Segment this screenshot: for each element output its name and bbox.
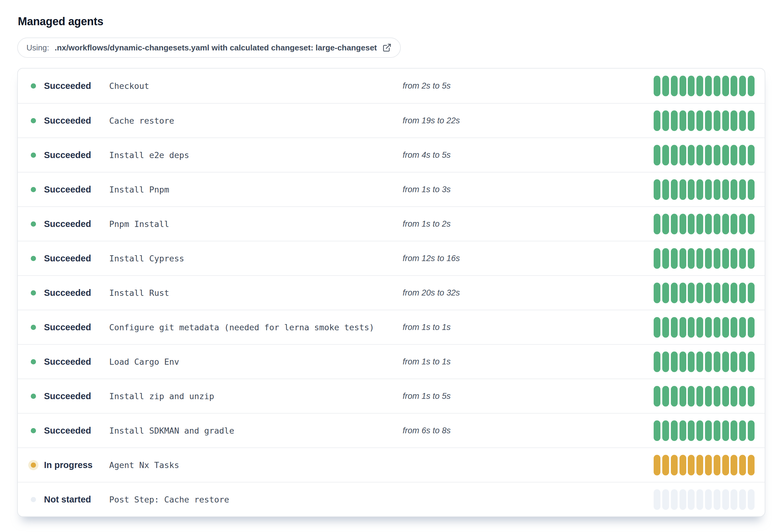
status-dot-icon bbox=[31, 290, 36, 295]
progress-segment bbox=[713, 455, 720, 476]
duration-estimate: from 12s to 16s bbox=[403, 254, 654, 263]
agent-step-row[interactable]: Succeeded Checkout from 2s to 5s bbox=[18, 69, 765, 103]
progress-segment bbox=[722, 420, 729, 441]
agent-step-row[interactable]: Succeeded Install SDKMAN and gradle from… bbox=[18, 413, 765, 447]
progress-segment bbox=[671, 248, 678, 269]
progress-segment bbox=[739, 145, 746, 165]
duration-estimate: from 2s to 5s bbox=[403, 81, 654, 91]
progress-segment bbox=[739, 283, 746, 303]
status-label: Succeeded bbox=[44, 253, 91, 264]
agent-step-row[interactable]: Succeeded Configure git metadata (needed… bbox=[18, 310, 765, 344]
progress-segment bbox=[671, 145, 678, 165]
agent-progress-bar bbox=[654, 179, 755, 200]
progress-segment bbox=[688, 76, 694, 96]
progress-segment bbox=[748, 76, 755, 96]
progress-segment bbox=[705, 352, 712, 372]
progress-segment bbox=[722, 317, 729, 338]
progress-segment bbox=[662, 214, 669, 234]
page-title: Managed agents bbox=[18, 15, 760, 28]
status-cell: Succeeded bbox=[31, 219, 109, 229]
progress-segment bbox=[748, 248, 755, 269]
step-name: Configure git metadata (needed for lerna… bbox=[109, 322, 403, 332]
progress-segment bbox=[688, 283, 694, 303]
progress-segment bbox=[722, 455, 729, 476]
progress-segment bbox=[679, 179, 686, 200]
status-cell: Succeeded bbox=[31, 288, 109, 298]
agent-step-row[interactable]: Succeeded Pnpm Install from 1s to 2s bbox=[18, 206, 765, 241]
progress-segment bbox=[722, 76, 729, 96]
progress-segment bbox=[705, 489, 712, 510]
agent-step-row[interactable]: Succeeded Install e2e deps from 4s to 5s bbox=[18, 137, 765, 172]
agent-progress-bar bbox=[654, 283, 755, 303]
progress-segment bbox=[722, 110, 729, 131]
status-cell: Succeeded bbox=[31, 357, 109, 367]
progress-segment bbox=[705, 110, 712, 131]
progress-segment bbox=[705, 145, 712, 165]
progress-segment bbox=[679, 489, 686, 510]
progress-segment bbox=[731, 145, 737, 165]
agent-progress-bar bbox=[654, 455, 755, 476]
step-name: Post Step: Cache restore bbox=[109, 495, 403, 504]
agent-progress-bar bbox=[654, 145, 755, 165]
progress-segment bbox=[713, 386, 720, 407]
progress-segment bbox=[688, 386, 694, 407]
step-name: Cache restore bbox=[109, 116, 403, 125]
agent-step-row[interactable]: Succeeded Install zip and unzip from 1s … bbox=[18, 379, 765, 413]
progress-segment bbox=[679, 248, 686, 269]
progress-segment bbox=[696, 214, 703, 234]
progress-segment bbox=[662, 420, 669, 441]
duration-estimate: from 4s to 5s bbox=[403, 150, 654, 160]
step-name: Agent Nx Tasks bbox=[109, 460, 403, 470]
progress-segment bbox=[671, 76, 678, 96]
progress-segment bbox=[662, 76, 669, 96]
progress-segment bbox=[654, 145, 660, 165]
progress-segment bbox=[713, 214, 720, 234]
progress-segment bbox=[654, 455, 660, 476]
progress-segment bbox=[748, 455, 755, 476]
status-dot-icon bbox=[31, 118, 36, 123]
progress-segment bbox=[696, 420, 703, 441]
agent-step-row[interactable]: Succeeded Install Rust from 20s to 32s bbox=[18, 275, 765, 310]
step-name: Install SDKMAN and gradle bbox=[109, 426, 403, 435]
progress-segment bbox=[679, 386, 686, 407]
progress-segment bbox=[654, 317, 660, 338]
progress-segment bbox=[688, 145, 694, 165]
progress-segment bbox=[739, 455, 746, 476]
progress-segment bbox=[739, 352, 746, 372]
status-cell: Succeeded bbox=[31, 116, 109, 126]
agent-step-row[interactable]: Succeeded Install Cypress from 12s to 16… bbox=[18, 241, 765, 275]
duration-estimate: from 1s to 3s bbox=[403, 185, 654, 194]
agent-step-row[interactable]: In progress Agent Nx Tasks bbox=[18, 447, 765, 482]
progress-segment bbox=[671, 386, 678, 407]
progress-segment bbox=[739, 489, 746, 510]
status-label: In progress bbox=[44, 460, 93, 470]
progress-segment bbox=[722, 386, 729, 407]
progress-segment bbox=[679, 283, 686, 303]
progress-segment bbox=[722, 248, 729, 269]
progress-segment bbox=[662, 386, 669, 407]
progress-segment bbox=[688, 420, 694, 441]
progress-segment bbox=[671, 489, 678, 510]
progress-segment bbox=[731, 317, 737, 338]
progress-segment bbox=[705, 386, 712, 407]
progress-segment bbox=[713, 352, 720, 372]
progress-segment bbox=[696, 283, 703, 303]
agent-step-row[interactable]: Succeeded Cache restore from 19s to 22s bbox=[18, 103, 765, 137]
progress-segment bbox=[731, 489, 737, 510]
agent-step-row[interactable]: Not started Post Step: Cache restore bbox=[18, 482, 765, 516]
status-dot-icon bbox=[31, 83, 36, 89]
progress-segment bbox=[654, 386, 660, 407]
agent-step-row[interactable]: Succeeded Install Pnpm from 1s to 3s bbox=[18, 172, 765, 206]
step-name: Pnpm Install bbox=[109, 219, 403, 229]
progress-segment bbox=[671, 179, 678, 200]
status-label: Not started bbox=[44, 495, 91, 505]
progress-segment bbox=[748, 352, 755, 372]
step-name: Install e2e deps bbox=[109, 150, 403, 160]
agent-progress-bar bbox=[654, 420, 755, 441]
agent-step-row[interactable]: Succeeded Load Cargo Env from 1s to 1s bbox=[18, 344, 765, 379]
status-cell: Succeeded bbox=[31, 322, 109, 332]
progress-segment bbox=[679, 317, 686, 338]
progress-segment bbox=[662, 455, 669, 476]
workflow-config-pill[interactable]: Using: .nx/workflows/dynamic-changesets.… bbox=[17, 37, 401, 58]
progress-segment bbox=[731, 248, 737, 269]
